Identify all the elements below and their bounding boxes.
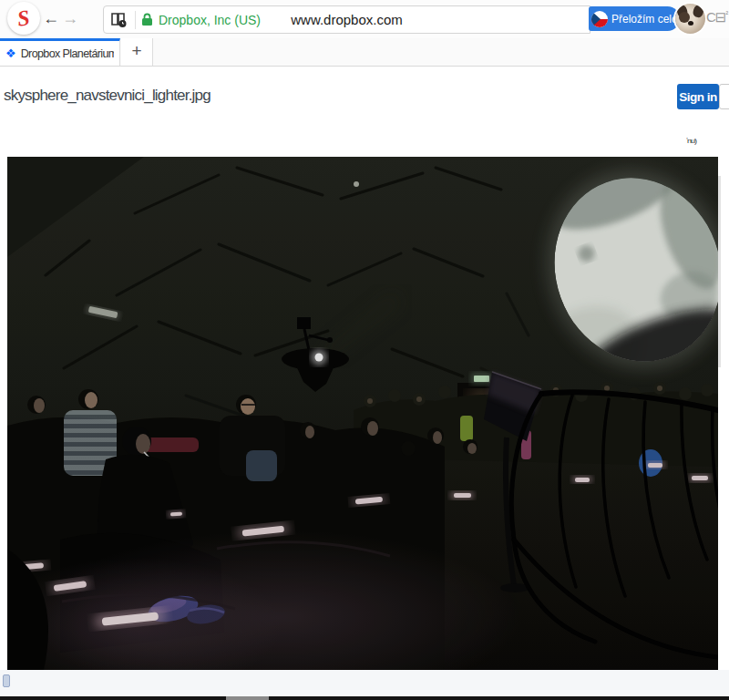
dropbox-preview-page: skysphere_navstevnici_lighter.jpg Sign i… bbox=[0, 67, 729, 700]
browser-toolbar: S ← → Dropbox, Inc (US) www.dropbox.com … bbox=[0, 0, 729, 38]
overlay-fragment-glyphs: C⊟² bbox=[706, 9, 727, 26]
footer-chip-icon bbox=[3, 674, 10, 687]
back-button[interactable]: ← bbox=[43, 8, 59, 28]
reading-list-icon[interactable] bbox=[110, 12, 128, 28]
tab-dropbox-planetarium[interactable]: ❖ Dropbox Planetárium -... bbox=[0, 38, 120, 66]
vignette bbox=[7, 157, 718, 670]
tiny-text-fragment: ʼnu) bbox=[686, 137, 696, 145]
divider bbox=[135, 11, 136, 29]
bottom-edge-bar bbox=[0, 696, 729, 700]
download-button[interactable]: Download bbox=[719, 84, 729, 109]
tab-title: Dropbox Planetárium -... bbox=[21, 47, 114, 60]
dropbox-favicon-icon: ❖ bbox=[5, 47, 16, 59]
tab-strip: ❖ Dropbox Planetárium -... + bbox=[0, 38, 729, 67]
new-tab-button[interactable]: + bbox=[121, 38, 153, 66]
translate-label: Přeložím celou strán bbox=[611, 13, 680, 26]
translate-page-button[interactable]: Přeložím celou strán bbox=[589, 6, 680, 31]
file-name-heading: skysphere_navstevnici_lighter.jpg bbox=[4, 87, 210, 105]
logo-letter: S bbox=[16, 6, 32, 30]
czech-flag-icon bbox=[591, 11, 608, 27]
user-avatar[interactable] bbox=[675, 4, 705, 34]
forward-button[interactable]: → bbox=[62, 8, 78, 28]
secure-lock-icon bbox=[141, 13, 153, 26]
seznam-logo-icon[interactable]: S bbox=[7, 2, 40, 35]
bottom-bar-segment bbox=[226, 696, 269, 700]
sign-in-button[interactable]: Sign in bbox=[677, 84, 719, 109]
certificate-owner-label[interactable]: Dropbox, Inc (US) bbox=[159, 13, 261, 27]
page-edge-sliver bbox=[718, 176, 721, 367]
image-preview-planetarium[interactable] bbox=[7, 157, 718, 670]
footer-strip bbox=[0, 670, 729, 696]
address-bar[interactable]: Dropbox, Inc (US) www.dropbox.com bbox=[103, 5, 590, 34]
